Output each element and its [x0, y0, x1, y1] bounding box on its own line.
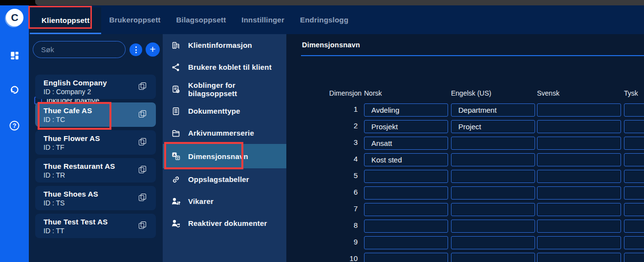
dimension-input-engelsk-us--5[interactable]	[451, 170, 535, 183]
dimension-input-norsk-10[interactable]	[364, 253, 448, 262]
copy-icon[interactable]	[139, 82, 147, 91]
client-card[interactable]: Thue Test Test ASID : TT	[35, 214, 156, 238]
menu-item-dokumenttype[interactable]: Dokumenttype	[163, 100, 286, 122]
dimension-row: 3	[286, 136, 644, 152]
dimension-input-tysk-8[interactable]	[624, 220, 644, 233]
client-card[interactable]: Thue Shoes ASID : TS	[35, 186, 156, 210]
dimension-input-norsk-3[interactable]	[364, 137, 448, 150]
translate-icon: A	[171, 151, 181, 161]
dimension-number: 5	[286, 171, 358, 180]
dimension-input-tysk-4[interactable]	[624, 153, 644, 166]
dimension-input-svensk-2[interactable]	[537, 120, 621, 133]
dimension-input-svensk-9[interactable]	[537, 236, 621, 249]
sync-icon[interactable]	[0, 81, 29, 99]
tab-endringslogg[interactable]: Endringslogg	[292, 5, 356, 34]
menu-item-vikarer[interactable]: Vikarer	[163, 190, 286, 212]
dimension-row: 1	[286, 102, 644, 119]
dimension-input-norsk-2[interactable]	[364, 120, 448, 133]
dimension-input-engelsk-us--7[interactable]	[451, 203, 535, 216]
dimension-number: 4	[286, 155, 358, 163]
dimension-input-engelsk-us--9[interactable]	[451, 236, 535, 249]
dimension-input-norsk-5[interactable]	[364, 170, 448, 183]
client-card[interactable]: Thue Cafe ASID : TC	[35, 102, 156, 127]
dimension-input-engelsk-us--6[interactable]	[451, 186, 535, 200]
client-card[interactable]: Thue Restaurant ASID : TR	[35, 158, 156, 182]
dimension-input-svensk-4[interactable]	[537, 153, 621, 166]
dimension-input-tysk-7[interactable]	[624, 203, 644, 216]
dimension-input-tysk-5[interactable]	[624, 170, 644, 183]
dimension-input-engelsk-us--10[interactable]	[451, 253, 535, 262]
dimension-input-engelsk-us--4[interactable]	[451, 153, 535, 166]
client-card[interactable]: Thue Flower ASID : TF	[35, 130, 156, 155]
dimension-input-svensk-3[interactable]	[537, 137, 621, 150]
app-logo[interactable]: C	[6, 9, 23, 26]
dimension-input-norsk-4[interactable]	[364, 153, 448, 166]
dimension-input-tysk-10[interactable]	[624, 253, 644, 262]
dimension-input-engelsk-us--1[interactable]	[451, 103, 535, 117]
copy-icon[interactable]	[139, 222, 147, 230]
copy-icon[interactable]	[139, 166, 147, 175]
column-header-dimensjon: Dimensjon	[286, 89, 362, 97]
user-arrows-icon	[171, 197, 181, 206]
add-client-button[interactable]: +	[146, 42, 160, 57]
menu-item-klientinformasjon[interactable]: Klientinformasjon	[163, 34, 286, 56]
dimension-input-tysk-6[interactable]	[624, 186, 644, 200]
dimension-input-svensk-5[interactable]	[537, 170, 621, 183]
page-title: Dimensjonsnavn	[302, 41, 360, 49]
dimension-row: 6	[286, 185, 644, 202]
dashboard-icon[interactable]	[0, 47, 29, 64]
menu-item-brukere-koblet-til-klient[interactable]: Brukere koblet til klient	[163, 56, 286, 78]
dimension-input-tysk-3[interactable]	[624, 137, 644, 150]
menu-item-oppslagstabeller[interactable]: Oppslagstabeller	[163, 168, 286, 190]
menu-item-dimensjonsnavn[interactable]: ADimensjonsnavn	[163, 144, 286, 168]
dimension-input-norsk-1[interactable]	[364, 103, 448, 117]
menu-item-arkivnummerserie[interactable]: Arkivnummerserie	[163, 122, 286, 144]
dimension-input-svensk-7[interactable]	[537, 203, 621, 216]
menu-item-koblinger-for-bilagsoppsett[interactable]: Koblinger for bilagsoppsett	[163, 78, 286, 100]
browser-chrome-edge	[35, 0, 644, 5]
user-refresh-icon	[171, 219, 181, 228]
copy-icon[interactable]	[139, 138, 147, 147]
dimension-input-svensk-10[interactable]	[537, 253, 621, 262]
dimension-input-tysk-9[interactable]	[624, 236, 644, 249]
tab-klientoppsett[interactable]: Klientoppsett	[30, 7, 101, 34]
dimension-row: 4	[286, 152, 644, 169]
menu-item-reaktiver-dokumenter[interactable]: Reaktiver dokumenter	[163, 212, 286, 234]
dimension-input-norsk-9[interactable]	[364, 236, 448, 249]
share-icon	[171, 62, 181, 72]
dimension-input-engelsk-us--3[interactable]	[451, 137, 535, 150]
tab-brukeroppsett[interactable]: Brukeroppsett	[101, 5, 168, 34]
client-card[interactable]: English CompanyID : Company 2	[35, 75, 156, 99]
copy-icon[interactable]	[139, 194, 147, 202]
help-icon[interactable]: ?	[0, 117, 29, 134]
menu-item-label: Reaktiver dokumenter	[188, 219, 267, 227]
tab-bilagsoppsett[interactable]: Bilagsoppsett	[169, 5, 234, 34]
dimension-input-tysk-1[interactable]	[624, 103, 644, 117]
dimension-input-svensk-1[interactable]	[537, 103, 621, 117]
copy-icon[interactable]	[139, 110, 147, 119]
dimension-number: 10	[286, 254, 358, 262]
dimension-input-norsk-8[interactable]	[364, 220, 448, 233]
dimension-input-svensk-8[interactable]	[537, 220, 621, 233]
more-options-button[interactable]	[129, 43, 142, 56]
dimension-number: 9	[286, 238, 358, 246]
tab-innstillinger[interactable]: Innstillinger	[234, 5, 292, 34]
search-input[interactable]	[33, 41, 126, 58]
dimension-row: 7	[286, 202, 644, 219]
browser-chrome-strip	[0, 0, 644, 5]
dimension-input-svensk-6[interactable]	[537, 186, 621, 200]
dimension-input-norsk-7[interactable]	[364, 203, 448, 216]
menu-item-label: Vikarer	[188, 197, 214, 205]
column-header-tysk: Tysk	[624, 89, 638, 97]
dimension-row: 2	[286, 119, 644, 136]
column-header-norsk: Norsk	[364, 89, 382, 97]
dimension-input-engelsk-us--8[interactable]	[451, 220, 535, 233]
menu-item-label: Arkivnummerserie	[188, 129, 254, 137]
dimension-input-engelsk-us--2[interactable]	[451, 120, 535, 133]
dimension-number: 6	[286, 188, 358, 196]
dimension-input-tysk-2[interactable]	[624, 120, 644, 133]
menu-item-label: Dokumenttype	[188, 107, 240, 115]
table-header-row: Dimensjon NorskEngelsk (US)SvenskTysk	[286, 89, 644, 99]
column-header-svensk: Svensk	[537, 89, 559, 97]
dimension-input-norsk-6[interactable]	[364, 186, 448, 200]
